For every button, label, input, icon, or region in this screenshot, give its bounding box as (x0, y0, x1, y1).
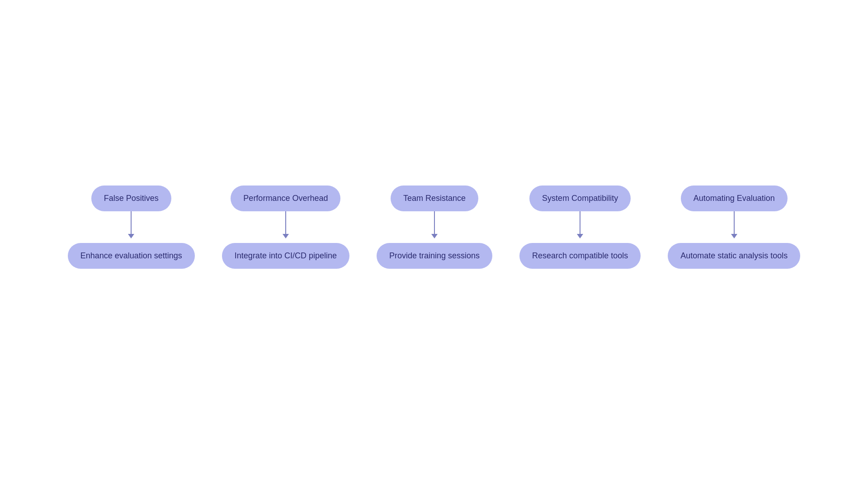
arrow-line-4 (580, 211, 580, 234)
bottom-node-4: Research compatible tools (519, 243, 641, 269)
column-5: Automating EvaluationAutomate static ana… (668, 186, 800, 269)
arrow-line-5 (734, 211, 735, 234)
arrow-connector-5 (731, 211, 737, 243)
column-4: System CompatibilityResearch compatible … (519, 186, 641, 269)
bottom-node-5: Automate static analysis tools (668, 243, 800, 269)
bottom-node-1: Enhance evaluation settings (68, 243, 195, 269)
column-2: Performance OverheadIntegrate into CI/CD… (222, 186, 349, 269)
top-node-2: Performance Overhead (231, 186, 340, 211)
arrow-connector-3 (431, 211, 438, 243)
arrow-line-3 (434, 211, 435, 234)
top-node-5: Automating Evaluation (681, 186, 788, 211)
column-3: Team ResistanceProvide training sessions (377, 186, 492, 269)
arrow-connector-2 (283, 211, 289, 243)
arrow-head-3 (431, 234, 438, 238)
arrow-head-5 (731, 234, 737, 238)
columns-wrapper: False PositivesEnhance evaluation settin… (68, 186, 801, 269)
top-node-4: System Compatibility (529, 186, 631, 211)
arrow-connector-4 (577, 211, 583, 243)
arrow-line-2 (285, 211, 286, 234)
arrow-head-2 (283, 234, 289, 238)
top-node-3: Team Resistance (391, 186, 478, 211)
arrow-connector-1 (128, 211, 134, 243)
column-1: False PositivesEnhance evaluation settin… (68, 186, 195, 269)
diagram-container: False PositivesEnhance evaluation settin… (0, 0, 868, 490)
bottom-node-3: Provide training sessions (377, 243, 492, 269)
arrow-head-1 (128, 234, 134, 238)
arrow-line-1 (131, 211, 132, 234)
arrow-head-4 (577, 234, 583, 238)
top-node-1: False Positives (91, 186, 171, 211)
bottom-node-2: Integrate into CI/CD pipeline (222, 243, 349, 269)
